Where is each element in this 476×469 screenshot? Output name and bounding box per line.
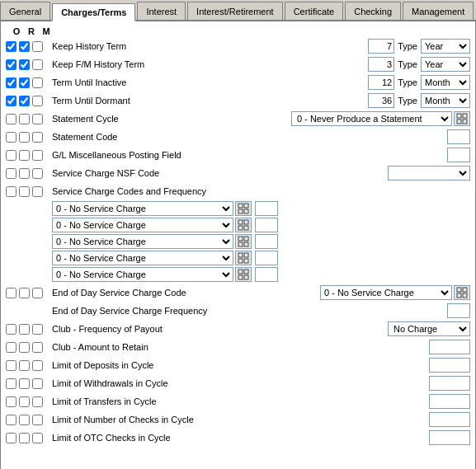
cb-o-lim-otc[interactable] [6, 433, 16, 443]
cb-o-lim-with[interactable] [6, 378, 16, 389]
cb-o-stmt-cycle[interactable] [6, 114, 16, 124]
sc-dropdown-3[interactable]: 0 - No Service Charge [52, 234, 233, 249]
cb-r-keep-fm[interactable] [19, 59, 30, 70]
cb-r-eod-sc[interactable] [19, 288, 30, 298]
tab-checking[interactable]: Checking [345, 2, 401, 20]
cb-o-gl-misc[interactable] [6, 150, 16, 161]
row-term-until-dormant: Term Until Dormant Type MonthYearDay [6, 92, 470, 109]
cb-o-lim-trans[interactable] [6, 396, 16, 407]
eod-sc-freq-input[interactable] [447, 303, 470, 318]
lim-with-input[interactable] [429, 376, 470, 391]
cb-m-dormant[interactable] [32, 96, 43, 106]
cb-o-lim-num-chk[interactable] [6, 415, 16, 425]
keep-fm-type-select[interactable]: YearMonthDay [421, 57, 470, 72]
tab-interest-retirement[interactable]: Interest/Retirement [187, 2, 283, 20]
inactive-num[interactable] [368, 75, 394, 90]
sc-grid-icon-3[interactable] [235, 234, 252, 249]
cb-o-keep-history[interactable] [6, 41, 16, 52]
cb-m-keep-fm[interactable] [32, 59, 43, 70]
sc-freq-5[interactable] [255, 267, 278, 282]
cb-m-sc-codes[interactable] [32, 186, 43, 197]
tab-management[interactable]: Management [403, 2, 474, 20]
tab-interest[interactable]: Interest [137, 2, 186, 20]
sc-dropdown-1[interactable]: 0 - No Service Charge [52, 201, 233, 216]
cb-m-lim-otc[interactable] [32, 433, 43, 443]
lim-trans-label: Limit of Transfers in Cycle [52, 396, 429, 406]
cb-o-club-retain[interactable] [6, 342, 16, 353]
inactive-type-select[interactable]: MonthYearDay [421, 75, 470, 90]
keep-fm-num[interactable] [368, 57, 394, 72]
sc-freq-1[interactable] [255, 201, 278, 216]
cb-r-stmt-code[interactable] [19, 132, 30, 143]
sc-freq-4[interactable] [255, 251, 278, 265]
club-payout-select[interactable]: No Charge [388, 321, 470, 336]
sc-grid-icon-5[interactable] [235, 267, 252, 282]
cb-o-sc-nsf[interactable] [6, 168, 16, 179]
cb-r-keep-history[interactable] [19, 41, 30, 52]
lim-dep-input[interactable] [429, 358, 470, 373]
sc-dropdown-2[interactable]: 0 - No Service Charge [52, 218, 233, 232]
cb-m-lim-dep[interactable] [32, 360, 43, 371]
dormant-num[interactable] [368, 93, 394, 108]
cb-m-lim-num-chk[interactable] [32, 415, 43, 425]
sc-dropdown-4[interactable]: 0 - No Service Charge [52, 251, 233, 265]
stmt-code-input[interactable] [447, 129, 470, 144]
cb-o-inactive[interactable] [6, 77, 16, 88]
sc-dropdown-5[interactable]: 0 - No Service Charge [52, 267, 233, 282]
cb-r-inactive[interactable] [19, 77, 30, 88]
tab-charges-terms[interactable]: Charges/Terms [52, 3, 135, 21]
cb-m-stmt-cycle[interactable] [32, 114, 43, 124]
cb-o-club-payout[interactable] [6, 324, 16, 335]
eod-sc-select[interactable]: 0 - No Service Charge [320, 285, 452, 300]
cb-m-lim-with[interactable] [32, 378, 43, 389]
cb-o-dormant[interactable] [6, 96, 16, 106]
cb-m-eod-sc[interactable] [32, 288, 43, 298]
cb-m-gl-misc[interactable] [32, 150, 43, 161]
cb-r-lim-num-chk[interactable] [19, 415, 30, 425]
sc-nsf-select[interactable] [388, 166, 470, 181]
cb-m-keep-history[interactable] [32, 41, 43, 52]
dormant-type-select[interactable]: MonthYearDay [421, 93, 470, 108]
sc-freq-3[interactable] [255, 234, 278, 249]
tabs-bar: General Charges/Terms Interest Interest/… [0, 0, 476, 21]
club-retain-input[interactable] [429, 340, 470, 354]
cb-r-sc-codes[interactable] [19, 186, 30, 197]
keep-history-num[interactable] [368, 39, 394, 54]
cb-r-lim-otc[interactable] [19, 433, 30, 443]
lim-trans-input[interactable] [429, 394, 470, 409]
sc-grid-icon-4[interactable] [235, 251, 252, 265]
cb-r-club-payout[interactable] [19, 324, 30, 335]
cb-r-stmt-cycle[interactable] [19, 114, 30, 124]
cb-m-sc-nsf[interactable] [32, 168, 43, 179]
cb-o-sc-codes[interactable] [6, 186, 16, 197]
sc-grid-icon-1[interactable] [235, 201, 252, 216]
sc-freq-2[interactable] [255, 218, 278, 232]
cb-r-lim-dep[interactable] [19, 360, 30, 371]
cb-o-stmt-code[interactable] [6, 132, 16, 143]
stmt-cycle-select[interactable]: 0 - Never Produce a Statement [291, 111, 452, 126]
cb-o-lim-dep[interactable] [6, 360, 16, 371]
tab-general[interactable]: General [0, 2, 50, 20]
cb-r-gl-misc[interactable] [19, 150, 30, 161]
cb-r-sc-nsf[interactable] [19, 168, 30, 179]
cb-r-lim-trans[interactable] [19, 396, 30, 407]
cb-m-club-payout[interactable] [32, 324, 43, 335]
cb-m-stmt-code[interactable] [32, 132, 43, 143]
svg-rect-0 [457, 114, 461, 118]
cb-m-club-retain[interactable] [32, 342, 43, 353]
lim-num-chk-input[interactable] [429, 412, 470, 427]
cb-m-lim-trans[interactable] [32, 396, 43, 407]
cb-r-lim-with[interactable] [19, 378, 30, 389]
cb-r-club-retain[interactable] [19, 342, 30, 353]
lim-otc-input[interactable] [429, 430, 470, 445]
cb-o-eod-sc[interactable] [6, 288, 16, 298]
eod-sc-grid-icon[interactable] [454, 285, 470, 300]
stmt-cycle-grid-icon[interactable] [454, 111, 470, 126]
sc-grid-icon-2[interactable] [235, 218, 252, 232]
keep-history-type-select[interactable]: YearMonthDay [421, 39, 470, 54]
cb-r-dormant[interactable] [19, 96, 30, 106]
cb-m-inactive[interactable] [32, 77, 43, 88]
tab-certificate[interactable]: Certificate [285, 2, 344, 20]
gl-misc-input[interactable] [447, 148, 470, 162]
cb-o-keep-fm[interactable] [6, 59, 16, 70]
